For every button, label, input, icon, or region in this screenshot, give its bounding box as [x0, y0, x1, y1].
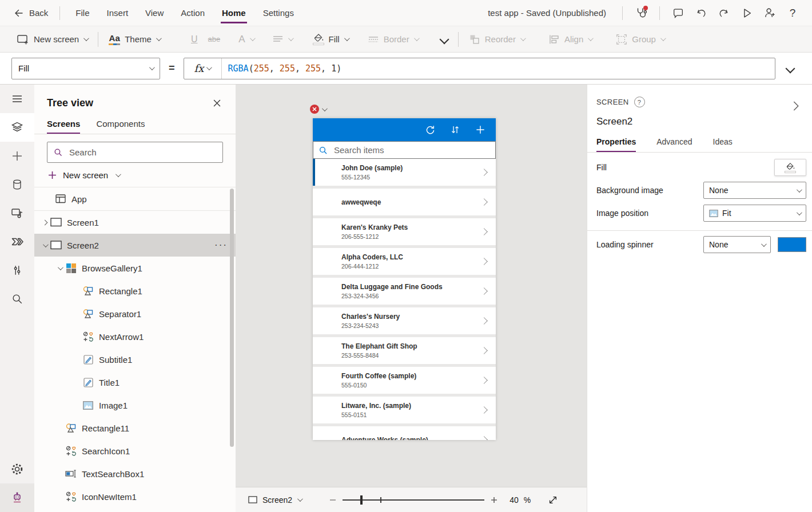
- back-button[interactable]: Back: [8, 7, 53, 19]
- zoom-slider[interactable]: [343, 494, 484, 506]
- theme-button[interactable]: Aa Theme: [104, 29, 165, 50]
- tree-scrollbar[interactable]: [230, 189, 234, 447]
- tree-view-rail-button[interactable]: [0, 113, 34, 142]
- menu-action[interactable]: Action: [172, 0, 213, 26]
- chevron-right-icon[interactable]: [480, 436, 488, 440]
- chevron-right-icon[interactable]: [480, 258, 488, 265]
- help-circle-icon[interactable]: ?: [634, 97, 645, 107]
- preview-button[interactable]: [735, 2, 758, 25]
- item-options-ellipsis[interactable]: ···: [214, 242, 228, 248]
- tree-search-box[interactable]: [47, 142, 223, 163]
- chevron-right-icon[interactable]: [480, 347, 488, 354]
- chevron-right-icon[interactable]: [480, 228, 488, 235]
- tab-advanced[interactable]: Advanced: [656, 137, 692, 152]
- underline-button[interactable]: U: [186, 29, 203, 50]
- menu-view[interactable]: View: [137, 0, 172, 26]
- fill-button[interactable]: Fill: [308, 29, 353, 50]
- gallery-search-box[interactable]: [313, 141, 496, 159]
- canvas-area[interactable]: John Doe (sample) 555-12345 awweqweqe: [236, 85, 587, 487]
- tree-item-image1[interactable]: Image1: [34, 394, 236, 417]
- tree-item-searchicon1[interactable]: SearchIcon1: [34, 439, 236, 462]
- tree-item-nextarrow1[interactable]: NextArrow1: [34, 325, 236, 348]
- tree-item-title1[interactable]: Title1: [34, 371, 236, 394]
- power-automate-rail-button[interactable]: [0, 227, 34, 256]
- property-selector[interactable]: Fill: [11, 58, 160, 79]
- help-button[interactable]: ?: [781, 2, 804, 25]
- tree-search-input[interactable]: [68, 147, 217, 158]
- gallery-item[interactable]: Delta Luggage and Fine Goods 253-324-345…: [313, 278, 496, 305]
- tree-item-iconnewitem1[interactable]: IconNewItem1: [34, 485, 236, 508]
- fill-color-button[interactable]: [774, 159, 806, 176]
- sort-icon[interactable]: [450, 125, 460, 135]
- new-screen-button[interactable]: New screen: [11, 29, 93, 50]
- border-button[interactable]: Border: [363, 29, 423, 50]
- chevron-right-icon[interactable]: [480, 377, 488, 384]
- formula-input[interactable]: RGBA ( 255 , 255 , 255 , 1 ): [222, 58, 348, 79]
- menu-home[interactable]: Home: [213, 0, 254, 26]
- tree-item-browsegallery1[interactable]: BrowseGallery1: [34, 257, 236, 279]
- tree-item-screen1[interactable]: Screen1: [34, 211, 236, 234]
- redo-button[interactable]: [713, 2, 735, 25]
- hamburger-menu-button[interactable]: [0, 85, 34, 113]
- zoom-in-button[interactable]: [490, 496, 498, 504]
- chevron-right-icon[interactable]: [480, 198, 488, 206]
- tree-item-screen2[interactable]: Screen2 ···: [34, 234, 236, 257]
- refresh-icon[interactable]: [424, 124, 436, 135]
- gallery-item[interactable]: The Elephant Gift Shop 253-555-8484: [313, 337, 496, 364]
- advanced-tools-rail-button[interactable]: [0, 256, 34, 285]
- gallery-item[interactable]: Karen's Kranky Pets 206-555-1212: [313, 218, 496, 245]
- comments-button[interactable]: [667, 2, 690, 25]
- gallery-item[interactable]: John Doe (sample) 555-12345: [313, 159, 496, 186]
- fx-selector[interactable]: fx: [184, 58, 222, 79]
- gallery-item[interactable]: Fourth Coffee (sample) 555-0150: [313, 367, 496, 394]
- chevron-right-icon[interactable]: [480, 287, 488, 295]
- loading-spinner-color-swatch[interactable]: [778, 237, 806, 252]
- group-button[interactable]: Group: [611, 29, 670, 50]
- reorder-button[interactable]: Reorder: [464, 29, 530, 50]
- menu-settings[interactable]: Settings: [254, 0, 302, 26]
- tree-item-separator1[interactable]: Separator1: [34, 302, 236, 325]
- gallery-item[interactable]: Litware, Inc. (sample) 555-0151: [313, 397, 496, 423]
- tree-item-rectangle11[interactable]: Rectangle11: [34, 417, 236, 439]
- strikethrough-button[interactable]: abe: [202, 29, 225, 50]
- fullscreen-button[interactable]: [548, 495, 558, 505]
- insert-rail-button[interactable]: [0, 142, 34, 170]
- zoom-out-button[interactable]: [329, 496, 337, 504]
- menu-file[interactable]: File: [67, 0, 98, 26]
- gallery-item[interactable]: Charles's Nursery 253-234-5243: [313, 307, 496, 334]
- tree-view-close-button[interactable]: [208, 94, 225, 111]
- zoom-slider-thumb[interactable]: [360, 495, 363, 505]
- tab-properties[interactable]: Properties: [596, 137, 636, 152]
- text-align-button[interactable]: [267, 29, 297, 50]
- virtual-agent-rail-button[interactable]: [0, 483, 34, 512]
- chevron-right-icon[interactable]: [480, 317, 488, 325]
- gallery-search-input[interactable]: [333, 145, 490, 155]
- gallery-item[interactable]: awweqweqe: [313, 189, 496, 215]
- background-image-select[interactable]: None: [703, 182, 806, 199]
- tab-components[interactable]: Components: [96, 119, 145, 134]
- data-rail-button[interactable]: [0, 170, 34, 199]
- tree-item-textsearchbox1[interactable]: TextSearchBox1: [34, 462, 236, 485]
- tree-new-screen-button[interactable]: New screen: [34, 163, 236, 187]
- more-commands-button[interactable]: [436, 29, 453, 50]
- media-rail-button[interactable]: [0, 199, 34, 227]
- gallery-item[interactable]: Alpha Coders, LLC 206-444-1212: [313, 248, 496, 275]
- chevron-right-icon[interactable]: [40, 221, 49, 225]
- tree-item-rectangle1[interactable]: Rectangle1: [34, 279, 236, 302]
- app-checker-button[interactable]: [630, 2, 652, 25]
- formula-bar-expand-button[interactable]: [780, 65, 801, 72]
- add-item-icon[interactable]: [475, 124, 486, 135]
- chevron-down-icon[interactable]: [55, 266, 64, 270]
- chevron-down-icon[interactable]: [40, 243, 49, 247]
- error-badge[interactable]: [310, 105, 326, 114]
- align-button[interactable]: Align: [543, 29, 597, 50]
- chevron-right-icon[interactable]: [480, 169, 488, 176]
- share-button[interactable]: [758, 2, 781, 25]
- tree-item-subtitle1[interactable]: Subtitle1: [34, 348, 236, 371]
- tab-screens[interactable]: Screens: [47, 119, 80, 134]
- chevron-right-icon[interactable]: [480, 406, 488, 414]
- settings-rail-button[interactable]: [0, 455, 34, 483]
- image-position-select[interactable]: Fit: [703, 205, 806, 222]
- tree-item-app[interactable]: App: [34, 187, 236, 210]
- menu-insert[interactable]: Insert: [98, 0, 137, 26]
